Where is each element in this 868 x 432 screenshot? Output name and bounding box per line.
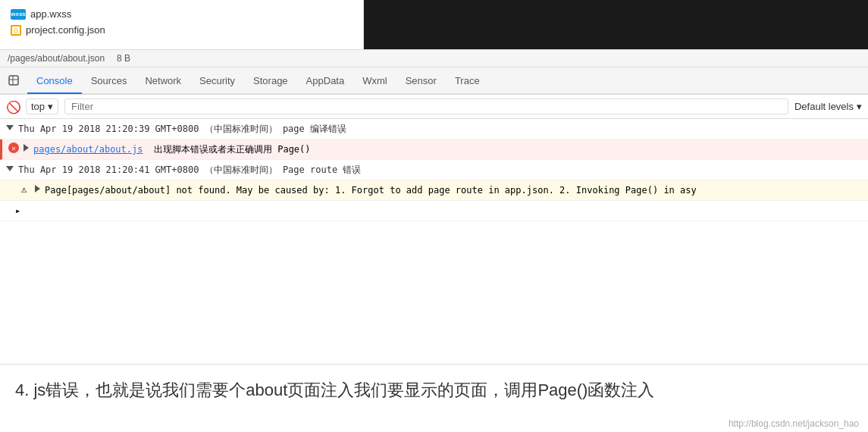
tab-console[interactable]: Console	[27, 69, 82, 94]
log-text: Page[pages/about/about] not found. May b…	[45, 183, 862, 197]
tab-appdata[interactable]: AppData	[297, 69, 354, 94]
list-item[interactable]: wxss app.wxss	[8, 6, 356, 22]
log-entry-route-detail: ⚠ Page[pages/about/about] not found. May…	[0, 180, 868, 201]
footer-link: http://blog.csdn.net/jackson_hao	[729, 418, 859, 429]
chevron-down-icon: ▾	[48, 101, 53, 112]
tab-wxml[interactable]: Wxml	[353, 69, 396, 94]
json-icon: {}	[11, 25, 21, 36]
context-selector[interactable]: top ▾	[26, 99, 58, 114]
filter-input[interactable]	[64, 99, 788, 114]
clear-console-icon[interactable]: 🚫	[6, 100, 20, 114]
main-content: 4. js错误，也就是说我们需要个about页面注入我们要显示的页面，调用Pag…	[0, 364, 868, 415]
warning-icon: ⚠	[18, 183, 30, 194]
devtools-cursor-icon[interactable]	[6, 73, 21, 88]
svg-rect-0	[9, 76, 18, 85]
log-entry-route-header: Thu Apr 19 2018 21:20:41 GMT+0800 （中国标准时…	[0, 160, 868, 180]
tab-security[interactable]: Security	[190, 69, 244, 94]
log-text: pages/about/about.js 出现脚本错误或者未正确调用 Page(…	[33, 142, 862, 156]
preview-panel	[364, 0, 868, 49]
levels-chevron-icon: ▾	[857, 101, 862, 112]
expand-icon[interactable]	[6, 125, 14, 130]
file-name: project.config.json	[26, 24, 105, 36]
error-icon: ✕	[8, 142, 19, 153]
main-text: 4. js错误，也就是说我们需要个about页面注入我们要显示的页面，调用Pag…	[15, 380, 654, 399]
file-path: /pages/about/about.json	[8, 53, 105, 64]
footer: http://blog.csdn.net/jackson_hao	[0, 415, 868, 432]
tab-sensor[interactable]: Sensor	[396, 69, 446, 94]
file-name: app.wxss	[30, 8, 71, 20]
tab-sources[interactable]: Sources	[82, 69, 136, 94]
context-value: top	[31, 101, 45, 112]
console-output: Thu Apr 19 2018 21:20:39 GMT+0800 （中国标准时…	[0, 119, 868, 364]
log-level-selector[interactable]: Default levels ▾	[794, 101, 862, 112]
tab-network[interactable]: Network	[136, 69, 190, 94]
error-file-link[interactable]: pages/about/about.js	[33, 144, 143, 155]
log-text: ▸	[15, 204, 862, 218]
log-entry-script-error: ✕ pages/about/about.js 出现脚本错误或者未正确调用 Pag…	[0, 139, 868, 160]
expand-icon[interactable]	[35, 185, 40, 193]
file-list: wxss app.wxss {} project.config.json	[0, 0, 364, 49]
log-text: Thu Apr 19 2018 21:20:41 GMT+0800 （中国标准时…	[18, 163, 862, 177]
log-entry-expand[interactable]: ▸	[0, 201, 868, 221]
tab-storage[interactable]: Storage	[244, 69, 297, 94]
list-item[interactable]: {} project.config.json	[8, 22, 356, 38]
levels-label: Default levels	[794, 101, 854, 112]
tab-trace[interactable]: Trace	[446, 69, 489, 94]
file-info-bar: /pages/about/about.json 8 B	[0, 49, 868, 67]
wxss-icon: wxss	[11, 9, 26, 20]
log-entry-compile-header: Thu Apr 19 2018 21:20:39 GMT+0800 （中国标准时…	[0, 119, 868, 139]
log-text: Thu Apr 19 2018 21:20:39 GMT+0800 （中国标准时…	[18, 122, 862, 136]
expand-icon[interactable]	[6, 166, 14, 171]
expand-icon[interactable]	[24, 144, 29, 152]
console-toolbar: 🚫 top ▾ Default levels ▾	[0, 95, 868, 119]
file-size: 8 B	[117, 53, 130, 64]
devtools-tabs: Console Sources Network Security Storage…	[0, 67, 868, 95]
